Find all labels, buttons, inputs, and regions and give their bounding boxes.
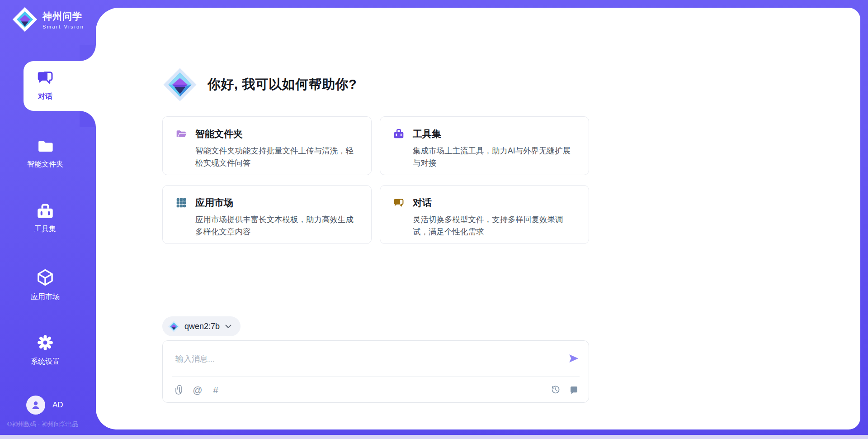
tab-curve-bottom xyxy=(80,111,96,127)
folder-open-icon xyxy=(175,128,187,140)
send-icon[interactable] xyxy=(568,353,580,364)
card-title: 智能文件夹 xyxy=(195,128,243,140)
composer-divider xyxy=(172,376,580,377)
app-logo-icon xyxy=(162,67,198,102)
card-toolset[interactable]: 工具集 集成市场上主流工具，助力AI与外界无缝扩展与对接 xyxy=(380,116,589,175)
sidebar-item-app-market[interactable]: 应用市场 xyxy=(0,268,90,302)
composer-toolbar: @ # xyxy=(175,382,579,397)
card-description: 集成市场上主流工具，助力AI与外界无缝扩展与对接 xyxy=(413,145,577,169)
card-description: 应用市场提供丰富长文本模板，助力高效生成多样化文章内容 xyxy=(195,214,359,238)
card-app-market[interactable]: 应用市场 应用市场提供丰富长文本模板，助力高效生成多样化文章内容 xyxy=(162,185,372,244)
brand-logo-icon xyxy=(12,6,38,33)
cube-icon xyxy=(36,268,55,287)
greeting: 你好, 我可以如何帮助你? xyxy=(162,67,357,102)
app-window: 神州问学 Smart Vision 对话 智能文件夹 xyxy=(0,0,868,439)
greeting-text: 你好, 我可以如何帮助你? xyxy=(208,76,357,94)
gear-icon xyxy=(36,334,54,352)
user-name: AD xyxy=(52,401,63,410)
model-name: qwen2:7b xyxy=(184,322,220,331)
briefcase-icon xyxy=(36,203,55,219)
card-description: 智能文件夹功能支持批量文件上传与清洗，轻松实现文件问答 xyxy=(195,145,359,169)
brand-name: 神州问学 xyxy=(42,10,84,23)
message-input[interactable] xyxy=(175,346,551,372)
feature-cards: 智能文件夹 智能文件夹功能支持批量文件上传与清洗，轻松实现文件问答 工具集 xyxy=(162,116,589,244)
chat-bubbles-icon xyxy=(393,197,405,209)
hashtag-icon[interactable]: # xyxy=(211,385,221,395)
page-bottom-strip xyxy=(0,435,868,439)
copyright-text: ©神州数码 · 神州问学出品 xyxy=(7,420,78,429)
sidebar-item-chat[interactable]: 对话 xyxy=(24,61,96,111)
message-composer: @ # xyxy=(162,340,589,403)
sidebar-item-label: 工具集 xyxy=(0,224,90,234)
chat-panel-icon[interactable] xyxy=(569,385,579,395)
chat-bubbles-icon xyxy=(36,68,54,86)
card-smart-folder[interactable]: 智能文件夹 智能文件夹功能支持批量文件上传与清洗，轻松实现文件问答 xyxy=(162,116,372,175)
user-account[interactable]: AD xyxy=(26,396,63,415)
sidebar-item-label: 对话 xyxy=(0,92,90,101)
card-description: 灵活切换多模型文件，支持多样回复效果调试，满足个性化需求 xyxy=(413,214,577,238)
avatar xyxy=(26,396,45,415)
brand-subtitle: Smart Vision xyxy=(42,24,84,29)
mention-icon[interactable]: @ xyxy=(193,385,203,395)
sidebar-item-toolset[interactable]: 工具集 xyxy=(0,203,90,234)
history-icon[interactable] xyxy=(551,385,561,395)
sidebar-item-smart-folder[interactable]: 智能文件夹 xyxy=(0,137,90,169)
person-icon xyxy=(30,400,41,410)
sidebar-item-label: 智能文件夹 xyxy=(0,160,90,169)
attachment-icon[interactable] xyxy=(175,385,184,395)
card-title: 应用市场 xyxy=(195,196,233,209)
folder-icon xyxy=(36,137,54,154)
model-selector[interactable]: qwen2:7b xyxy=(162,316,241,336)
main-content: 你好, 我可以如何帮助你? 智能文件夹 智能文件夹功能支持批量文件上传与清洗，轻… xyxy=(162,0,589,439)
chevron-down-icon xyxy=(225,324,231,329)
card-title: 对话 xyxy=(413,196,432,209)
model-logo-icon xyxy=(168,320,180,333)
card-chat[interactable]: 对话 灵活切换多模型文件，支持多样回复效果调试，满足个性化需求 xyxy=(380,185,589,244)
sidebar-item-settings[interactable]: 系统设置 xyxy=(0,334,90,367)
sidebar-item-label: 应用市场 xyxy=(0,292,90,302)
card-title: 工具集 xyxy=(413,128,441,140)
sidebar-item-label: 系统设置 xyxy=(0,357,90,367)
sidebar: 神州问学 Smart Vision 对话 智能文件夹 xyxy=(0,0,96,439)
brand-text: 神州问学 Smart Vision xyxy=(42,10,84,29)
tab-curve-top xyxy=(80,45,96,61)
brand: 神州问学 Smart Vision xyxy=(12,6,84,33)
briefcase-icon xyxy=(393,128,405,140)
grid-icon xyxy=(175,197,187,209)
